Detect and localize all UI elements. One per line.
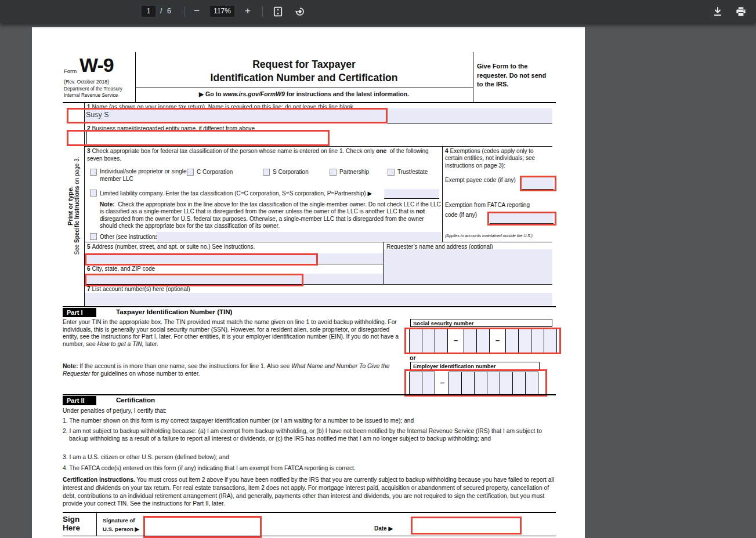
or-label: or — [410, 354, 416, 361]
account-numbers-field[interactable] — [85, 293, 552, 306]
side-note-bold: Specific Instructions — [74, 186, 80, 243]
zoom-out-button[interactable]: − — [189, 3, 204, 19]
toolbar-divider — [185, 6, 185, 17]
date-field[interactable] — [411, 517, 522, 535]
certification-item-2: 2. I am not subject to backup withholdin… — [63, 428, 560, 442]
part1-paragraph-italic: How to get a TIN, — [97, 341, 144, 347]
part2-badge: Part II — [63, 396, 96, 405]
part1-top-rule — [63, 306, 556, 307]
checkbox-s-corporation-label: S Corporation — [273, 169, 309, 175]
part1-badge: Part I — [63, 308, 96, 317]
zoom-level[interactable]: 117% — [210, 6, 234, 17]
signature-label-2: U.S. person ▶ — [103, 526, 139, 532]
fit-page-icon[interactable] — [273, 6, 283, 17]
line4-bottom-rule — [84, 242, 552, 242]
toolbar-divider — [262, 6, 263, 17]
print-or-type-note: Print or type. See Specific Instructions… — [63, 139, 84, 272]
certification-item-1: 1. The number shown on this form is my c… — [63, 417, 560, 425]
zoom-in-button[interactable]: + — [240, 3, 255, 19]
line7-label: List account number(s) here (optional) — [92, 286, 190, 292]
part1-title: Taxpayer Identification Number (TIN) — [116, 308, 232, 315]
other-field[interactable] — [157, 232, 441, 241]
signature-label-1: Signature of — [103, 517, 135, 524]
part2-top-rule — [63, 394, 556, 395]
cert-instructions-text: You must cross out item 2 above if you h… — [63, 477, 554, 507]
address-field-highlight — [85, 253, 318, 266]
form-dept: Department of the Treasury — [64, 86, 122, 92]
line4-divider — [442, 146, 443, 242]
page-separator: / — [160, 7, 162, 15]
goto-suffix: for instructions and the latest informat… — [285, 90, 409, 97]
checkbox-trust-estate[interactable] — [388, 169, 395, 176]
line3-label-pre: Check appropriate box for federal tax cl… — [92, 148, 377, 154]
checkbox-partnership[interactable] — [330, 169, 337, 176]
side-note-post: on page 3. — [74, 157, 80, 186]
header-divider — [473, 52, 473, 102]
ssn-label-box: Social security number — [410, 319, 552, 327]
sign-here-label: Sign Here — [63, 515, 80, 532]
line3-note-bold: Note: — [100, 201, 115, 208]
signature-field[interactable] — [143, 516, 262, 538]
form-word: Form — [64, 68, 77, 74]
line3-number: 3 — [87, 148, 91, 154]
ssn-highlight — [404, 328, 561, 354]
certification-intro: Under penalties of perjury, I certify th… — [63, 408, 167, 415]
form-title-line1: Request for Taxpayer — [135, 58, 473, 71]
sign-divider — [96, 513, 97, 536]
part1-note-b: for guidelines on whose number to enter. — [91, 370, 200, 377]
download-icon[interactable] — [712, 6, 723, 17]
sign-top-rule — [63, 512, 556, 513]
line4-number: 4 — [445, 148, 448, 154]
checkbox-llc[interactable] — [90, 190, 97, 197]
goto-url: www.irs.gov/FormW9 — [223, 90, 284, 97]
pdf-page: Form W-9 (Rev. October 2018) Department … — [32, 27, 585, 538]
ein-label-box: Employer identification number — [410, 362, 540, 370]
line3-label-bold: one — [376, 148, 386, 154]
checkbox-s-corporation[interactable] — [263, 169, 270, 176]
header-bottom-rule — [63, 102, 556, 103]
part1-note-a: If the account is in more than one name,… — [78, 363, 291, 369]
exempt-payee-highlight — [520, 176, 556, 191]
requester-field[interactable] — [384, 249, 552, 284]
form-revision: (Rev. October 2018) — [64, 79, 109, 85]
pdf-toolbar: 1 / 6 − 117% + — [0, 0, 756, 23]
line5-label: Address (number, street, and apt. or sui… — [92, 243, 255, 250]
part2-title: Certification — [116, 397, 155, 404]
fatca-label-2: code (if any) — [445, 212, 477, 218]
checkbox-individual[interactable] — [90, 169, 97, 176]
print-icon[interactable] — [736, 6, 746, 17]
form-number: W-9 — [79, 54, 114, 77]
pdf-viewer: 1 / 6 − 117% + Form W-9 (Rev. October 20… — [0, 0, 756, 538]
checkbox-c-corporation[interactable] — [187, 169, 194, 176]
sign-bottom-rule — [63, 536, 556, 536]
page-total: 6 — [167, 7, 171, 15]
fatca-field-highlight — [487, 212, 556, 226]
checkbox-trust-estate-label: Trust/estate — [397, 169, 428, 175]
part1-note-bold: Note: — [63, 363, 78, 369]
checkbox-individual-label: Individual/sole proprietor or single-mem… — [100, 168, 191, 183]
checkbox-c-corporation-label: C Corporation — [197, 169, 233, 175]
exempt-payee-label: Exempt payee code (if any) — [445, 177, 516, 183]
line3-note-bold2: not — [416, 208, 425, 215]
page-number-input[interactable]: 1 — [142, 6, 155, 17]
ein-highlight — [404, 369, 547, 397]
line7-number: 7 — [87, 286, 91, 292]
requester-bottom-rule — [383, 284, 552, 285]
checkbox-partnership-label: Partnership — [339, 169, 369, 175]
city-state-zip-highlight — [85, 274, 303, 286]
form-title-line2: Identification Number and Certification — [135, 71, 473, 85]
line4-label: Exemptions (codes apply only to certain … — [445, 148, 535, 169]
line2-rule — [84, 146, 552, 147]
checkbox-other[interactable] — [90, 233, 97, 240]
business-name-field-highlight — [67, 130, 330, 146]
rotate-icon[interactable] — [295, 6, 305, 17]
line6-number: 6 — [87, 266, 91, 272]
goto-line: ▶ Go to www.irs.gov/FormW9 for instructi… — [135, 90, 473, 97]
applies-note: (Applies to accounts maintained outside … — [445, 234, 533, 238]
goto-prefix: ▶ Go to — [199, 90, 223, 97]
form-title: Request for Taxpayer Identification Numb… — [135, 58, 473, 85]
llc-classification-field[interactable] — [384, 189, 439, 199]
cert-instructions-bold: Certification instructions. — [63, 477, 135, 483]
sign-word: Sign — [63, 515, 80, 524]
llc-label: Limited liability company. Enter the tax… — [100, 190, 372, 197]
